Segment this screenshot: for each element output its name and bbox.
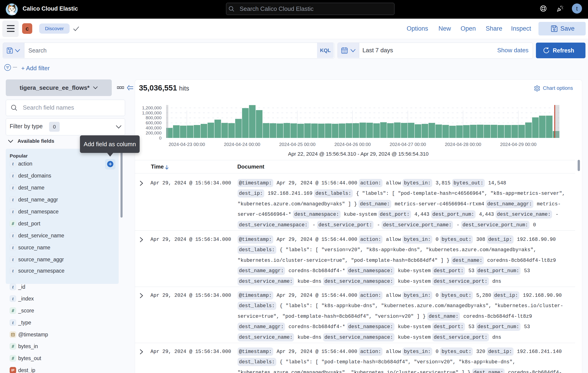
svg-text:400,000: 400,000 xyxy=(146,125,161,130)
svg-text:2024-04-23 00:00: 2024-04-23 00:00 xyxy=(169,142,205,147)
svg-text:0: 0 xyxy=(159,136,161,141)
svg-text:1,000,000: 1,000,000 xyxy=(142,111,161,115)
svg-text:2024-04-25 00:00: 2024-04-25 00:00 xyxy=(279,142,315,147)
svg-text:200,000: 200,000 xyxy=(146,131,161,135)
svg-text:1,200,000: 1,200,000 xyxy=(142,105,161,110)
svg-text:2024-04-27 00:00: 2024-04-27 00:00 xyxy=(390,142,426,147)
svg-text:2024-04-28 00:00: 2024-04-28 00:00 xyxy=(445,142,481,147)
svg-text:2024-04-26 00:00: 2024-04-26 00:00 xyxy=(334,142,371,147)
svg-text:2024-04-29 00:00: 2024-04-29 00:00 xyxy=(500,142,537,147)
svg-text:600,000: 600,000 xyxy=(146,121,161,125)
svg-text:2024-04-24 00:00: 2024-04-24 00:00 xyxy=(224,142,260,147)
svg-text:800,000: 800,000 xyxy=(146,115,161,120)
